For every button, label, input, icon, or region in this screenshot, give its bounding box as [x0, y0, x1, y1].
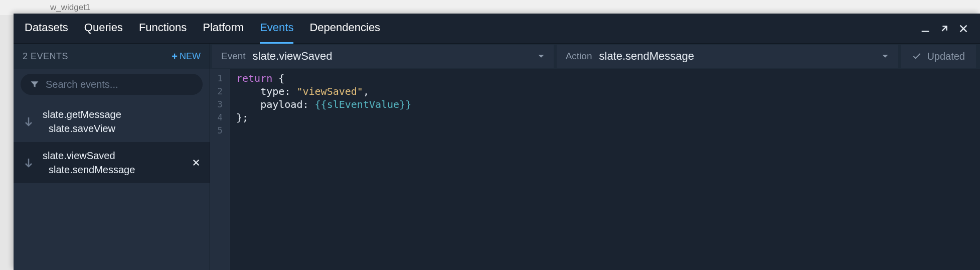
tab-queries[interactable]: Queries — [84, 14, 123, 44]
code-line[interactable]: }; — [236, 111, 974, 124]
gutter-line-number: 3 — [210, 98, 230, 111]
events-sidebar: 2 EVENTS + NEW slate.getMessageslate.sav… — [14, 44, 210, 270]
code-token-plain: payload: — [236, 98, 315, 110]
code-editor[interactable]: 12345 return { type: "viewSaved", payloa… — [210, 69, 980, 270]
event-dd-value: slate.viewSaved — [253, 50, 531, 63]
event-item-event: slate.getMessage — [43, 108, 201, 121]
tabs-list: DatasetsQueriesFunctionsPlatformEventsDe… — [25, 14, 920, 44]
tabs-bar: DatasetsQueriesFunctionsPlatformEventsDe… — [14, 14, 980, 44]
minimize-icon[interactable] — [920, 23, 931, 34]
gutter-line-number: 5 — [210, 124, 230, 137]
main-area: Event slate.viewSaved Action slate.sendM… — [210, 44, 980, 270]
events-panel: DatasetsQueriesFunctionsPlatformEventsDe… — [14, 14, 980, 270]
delete-event-icon[interactable] — [192, 158, 201, 167]
status-label: Updated — [927, 51, 965, 62]
code-line[interactable]: type: "viewSaved", — [236, 85, 974, 98]
event-list-item[interactable]: slate.getMessageslate.saveView — [14, 101, 210, 142]
event-item-action: slate.saveView — [43, 122, 201, 135]
tab-events[interactable]: Events — [260, 14, 293, 44]
search-input[interactable] — [46, 79, 194, 90]
event-dd-label: Event — [221, 51, 246, 62]
action-dd-value: slate.sendMessage — [599, 50, 875, 63]
event-list-item[interactable]: slate.viewSavedslate.sendMessage — [14, 142, 210, 183]
code-line[interactable]: return { — [236, 72, 974, 85]
event-item-texts: slate.viewSavedslate.sendMessage — [43, 149, 184, 176]
tab-datasets[interactable]: Datasets — [25, 14, 68, 44]
sidebar-header: 2 EVENTS + NEW — [14, 44, 210, 69]
line-gutter: 12345 — [210, 69, 230, 270]
code-line[interactable] — [236, 124, 974, 137]
search-wrap — [14, 69, 210, 101]
close-icon[interactable] — [958, 23, 969, 34]
caret-down-icon — [882, 53, 889, 60]
search-box[interactable] — [21, 74, 203, 95]
code-token-keyword: return — [236, 72, 272, 84]
plus-icon: + — [172, 51, 178, 62]
code-token-string: "viewSaved" — [296, 85, 363, 97]
event-dropdown[interactable]: Event slate.viewSaved — [212, 45, 554, 68]
arrow-down-icon — [23, 115, 35, 127]
config-bar: Event slate.viewSaved Action slate.sendM… — [210, 44, 980, 69]
tab-platform[interactable]: Platform — [203, 14, 244, 44]
event-item-event: slate.viewSaved — [43, 149, 184, 162]
caret-down-icon — [538, 53, 545, 60]
code-token-brace: { — [278, 72, 284, 84]
background-breadcrumb: w_widget1 — [0, 0, 980, 15]
gutter-line-number: 1 — [210, 72, 230, 85]
breadcrumb-text: w_widget1 — [50, 3, 90, 13]
new-event-button[interactable]: + NEW — [172, 51, 201, 62]
tab-dependencies[interactable]: Dependencies — [309, 14, 380, 44]
check-icon — [912, 51, 922, 61]
code-content[interactable]: return { type: "viewSaved", payload: {{s… — [230, 69, 980, 270]
code-token-plain — [272, 72, 278, 84]
action-dd-label: Action — [566, 51, 592, 62]
filter-icon — [30, 79, 40, 89]
gutter-line-number: 2 — [210, 85, 230, 98]
event-item-action: slate.sendMessage — [43, 163, 184, 176]
code-token-brace: }; — [236, 111, 248, 123]
panel-body: 2 EVENTS + NEW slate.getMessageslate.sav… — [14, 44, 980, 270]
status-button: Updated — [901, 45, 976, 68]
gutter-line-number: 4 — [210, 111, 230, 124]
action-dropdown[interactable]: Action slate.sendMessage — [557, 45, 898, 68]
events-count-label: 2 EVENTS — [23, 51, 68, 62]
code-token-plain: , — [363, 85, 369, 97]
code-line[interactable]: payload: {{slEventValue}} — [236, 98, 974, 111]
tab-functions[interactable]: Functions — [139, 14, 187, 44]
event-list: slate.getMessageslate.saveViewslate.view… — [14, 101, 210, 270]
new-label: NEW — [180, 51, 201, 62]
event-item-texts: slate.getMessageslate.saveView — [43, 108, 201, 135]
popout-icon[interactable] — [939, 23, 950, 34]
code-token-var: {{slEventValue}} — [315, 98, 412, 110]
arrow-down-icon — [23, 157, 35, 169]
window-controls — [920, 23, 969, 34]
code-token-plain: type: — [236, 85, 296, 97]
